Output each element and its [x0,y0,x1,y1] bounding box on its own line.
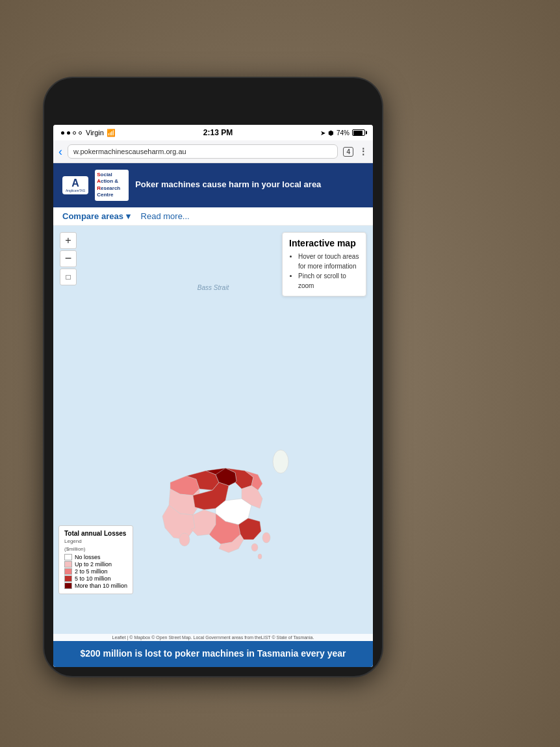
url-bar[interactable]: w.pokermachinescauseharm.org.au [68,144,338,159]
map-area[interactable]: + − □ Bass Strait Interactive map Hover … [53,226,373,642]
back-button[interactable]: ‹ [58,145,62,159]
legend-swatch-4 [64,583,72,589]
legend-label-0: No losses [75,554,101,560]
legend-item-0: No losses [64,554,127,560]
tab-badge[interactable]: 4 [343,147,353,157]
tooltip-list: Hover or touch areas for more informatio… [289,252,359,291]
menu-button[interactable]: ⋮ [359,146,368,157]
sarc-title-text: Social Action & Research Centre [97,172,127,199]
legend-item-1: Up to 2 million [64,561,127,568]
status-left: Virgin 📶 [61,129,116,137]
legend-label-1: Up to 2 million [75,561,112,568]
legend-unit: ($million) [64,546,127,552]
legend-item-3: 5 to 10 million [64,575,127,582]
read-more-nav[interactable]: Read more... [141,211,190,221]
battery-fill [353,131,363,135]
signal-dot-2 [67,131,70,135]
battery-icon [352,129,365,136]
legend-item-2: 2 to 5 million [64,568,127,575]
legend-label-3: 5 to 10 million [75,575,111,582]
island-se [262,532,270,543]
zoom-in-button[interactable]: + [60,232,77,249]
site-nav: Compare areas ▾ Read more... [53,207,373,226]
legend-label-2: 2 to 5 million [75,568,108,575]
status-right: ➤ ⬢ 74% [320,129,365,137]
fullscreen-button[interactable]: □ [60,269,77,285]
phone-screen: Virgin 📶 2:13 PM ➤ ⬢ 74% ‹ w.pokermachin [53,125,373,667]
legend-swatch-3 [64,575,72,582]
wifi-icon: 📶 [107,129,116,137]
compare-areas-nav[interactable]: Compare areas ▾ [62,211,131,221]
legend-swatch-1 [64,561,72,568]
signal-dot-4 [79,131,82,135]
anglicare-logo: A AnglicareTAS [62,176,88,194]
tooltip-title: Interactive map [289,238,359,248]
island-sw [179,533,190,546]
legend: Total annual Losses Legend ($million) No… [58,525,133,594]
site-header-title: Poker machines cause harm in your local … [135,179,364,190]
legend-swatch-0 [64,554,72,560]
website-content: A AnglicareTAS Social Action & Research … [53,163,373,667]
signal-dot-3 [73,131,76,135]
map-tooltip: Interactive map Hover or touch areas for… [282,232,366,296]
bluetooth-icon: ⬢ [328,129,334,137]
sarc-logo: Social Action & Research Centre [95,170,129,201]
phone-shell: Virgin 📶 2:13 PM ➤ ⬢ 74% ‹ w.pokermachin [44,78,382,676]
status-time: 2:13 PM [203,128,233,137]
zoom-out-button[interactable]: − [60,250,77,267]
scene: Virgin 📶 2:13 PM ➤ ⬢ 74% ‹ w.pokermachin [0,0,560,747]
legend-subtitle: Legend [64,538,127,544]
tooltip-item-1: Hover or touch areas for more informatio… [298,252,359,271]
flinders-island [273,450,288,473]
signal-dot-1 [61,131,64,135]
map-attribution: Leaflet | © Mapbox © Open Street Map. Lo… [53,634,373,641]
legend-title: Total annual Losses [64,530,127,537]
legend-swatch-2 [64,568,72,575]
carrier-label: Virgin [86,129,104,137]
bass-strait-label: Bass Strait [197,284,229,291]
status-bar: Virgin 📶 2:13 PM ➤ ⬢ 74% [53,125,373,140]
tasmania-map [151,443,307,589]
tooltip-item-2: Pinch or scroll to zoom [298,271,359,291]
arrow-icon: ➤ [320,129,325,137]
site-header: A AnglicareTAS Social Action & Research … [53,163,373,207]
legend-item-4: More than 10 million [64,583,127,589]
site-footer: $200 million is lost to poker machines i… [53,641,373,667]
anglicare-letter: A [71,178,79,189]
browser-bar: ‹ w.pokermachinescauseharm.org.au 4 ⋮ [53,140,373,163]
map-controls: + − □ [60,232,77,285]
island-s2 [258,554,262,559]
url-text: w.pokermachinescauseharm.org.au [73,148,186,155]
island-s [251,544,258,551]
tasmania-svg [151,443,307,586]
battery-percent: 74% [337,129,350,137]
anglicare-subtext: AnglicareTAS [66,189,85,192]
legend-label-4: More than 10 million [75,583,127,589]
